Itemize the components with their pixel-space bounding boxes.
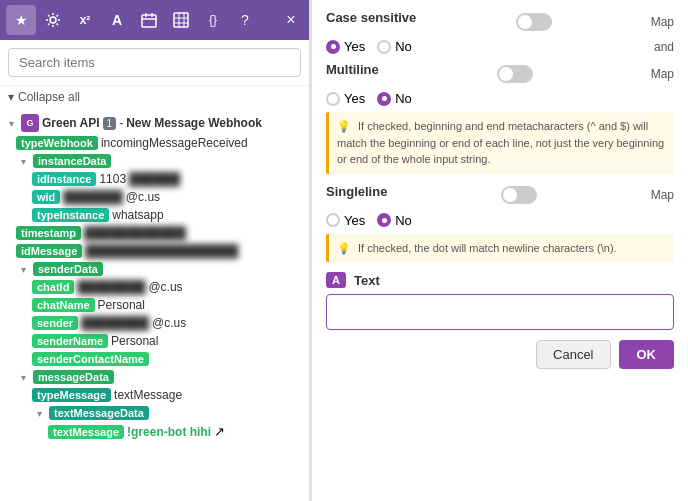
version-badge: 1 (103, 117, 117, 130)
tree: ▾ G Green API 1 - New Message Webhook ty… (0, 108, 309, 501)
calendar-icon[interactable] (134, 5, 164, 35)
singleline-radios: Yes No (326, 213, 674, 228)
expand-instancedata[interactable]: ▾ (16, 154, 30, 168)
value-timestamp: ████████████ (84, 226, 186, 240)
badge-typewebhook[interactable]: typeWebhook (16, 136, 98, 150)
singleline-hint: 💡 If checked, the dot will match newline… (326, 234, 674, 263)
badge-idmessage[interactable]: idMessage (16, 244, 82, 258)
badge-chatname[interactable]: chatName (32, 298, 95, 312)
radio-no-circle (377, 40, 391, 54)
value-chatname: Personal (98, 298, 145, 312)
search-box (0, 40, 309, 86)
list-item: wid ███████ @c.us (0, 188, 309, 206)
value-sender: @c.us (152, 316, 186, 330)
badge-sendercontactname[interactable]: senderContactName (32, 352, 149, 366)
badge-textmessage[interactable]: textMessage (48, 425, 124, 439)
list-item: sender ████████ @c.us (0, 314, 309, 332)
radio-yes-circle (326, 40, 340, 54)
root-separator: - (119, 116, 123, 130)
badge-instancedata[interactable]: instanceData (33, 154, 111, 168)
badge-typeinstance[interactable]: typeInstance (32, 208, 109, 222)
multiline-toggle[interactable] (497, 65, 533, 83)
text-icon[interactable]: A (102, 5, 132, 35)
singleline-row: Singleline Map (326, 184, 674, 207)
formula-icon[interactable]: x² (70, 5, 100, 35)
list-item: idInstance 1103 ██████ (0, 170, 309, 188)
value-idinstance: 1103 (99, 172, 126, 186)
list-item: chatId ████████ @c.us (0, 278, 309, 296)
singleline-no-label: No (395, 213, 412, 228)
text-input-field[interactable] (326, 294, 674, 330)
collapse-all-label: Collapse all (18, 90, 80, 104)
collapse-all-button[interactable]: Collapse all (0, 86, 309, 108)
value-textmessage: !green-bot hihi (127, 425, 211, 439)
badge-textmessagedata[interactable]: textMessageData (49, 406, 149, 420)
text-badge: A (326, 272, 346, 288)
list-item: ▾ senderData (0, 260, 309, 278)
case-sensitive-yes[interactable]: Yes (326, 39, 365, 54)
root-node: ▾ G Green API 1 - New Message Webhook (0, 112, 309, 134)
expand-messagedata[interactable]: ▾ (16, 370, 30, 384)
svg-rect-1 (142, 15, 156, 27)
search-input[interactable] (8, 48, 301, 77)
badge-sender[interactable]: sender (32, 316, 78, 330)
badge-messagedata[interactable]: messageData (33, 370, 114, 384)
expand-textmessagedata[interactable]: ▾ (32, 406, 46, 420)
badge-sendername[interactable]: senderName (32, 334, 108, 348)
list-item: idMessage ██████████████████ (0, 242, 309, 260)
singleline-no[interactable]: No (377, 213, 412, 228)
value-sender-blurred: ████████ (81, 316, 149, 330)
toolbar: ★ x² A {} ? × (0, 0, 309, 40)
multiline-radios: Yes No (326, 91, 674, 106)
value-wid: @c.us (126, 190, 160, 204)
badge-typemessage[interactable]: typeMessage (32, 388, 111, 402)
multiline-no-label: No (395, 91, 412, 106)
root-name: Green API (42, 116, 100, 130)
radio-multiline-yes (326, 92, 340, 106)
ok-button[interactable]: OK (619, 340, 675, 369)
left-panel: ★ x² A {} ? × Collapse all ▾ G Green API… (0, 0, 310, 501)
star-icon[interactable]: ★ (6, 5, 36, 35)
hint-icon-multiline: 💡 (337, 120, 351, 132)
list-item: timestamp ████████████ (0, 224, 309, 242)
list-item: typeInstance whatsapp (0, 206, 309, 224)
badge-wid[interactable]: wid (32, 190, 60, 204)
list-item: senderContactName (0, 350, 309, 368)
root-icon: G (21, 114, 39, 132)
cancel-button[interactable]: Cancel (536, 340, 610, 369)
code-icon[interactable]: {} (198, 5, 228, 35)
root-expand[interactable]: ▾ (4, 116, 18, 130)
value-chatid-blurred: ████████ (77, 280, 145, 294)
table-icon[interactable] (166, 5, 196, 35)
list-item: senderName Personal (0, 332, 309, 350)
no-label: No (395, 39, 412, 54)
expand-senderdata[interactable]: ▾ (16, 262, 30, 276)
root-title: New Message Webhook (126, 116, 262, 130)
value-typemessage: textMessage (114, 388, 182, 402)
multiline-yes[interactable]: Yes (326, 91, 365, 106)
list-item: ▾ messageData (0, 368, 309, 386)
text-input-section: A Text (326, 272, 674, 330)
list-item: chatName Personal (0, 296, 309, 314)
value-wid-blurred: ███████ (63, 190, 123, 204)
multiline-no[interactable]: No (377, 91, 412, 106)
badge-chatid[interactable]: chatId (32, 280, 74, 294)
close-button[interactable]: × (279, 8, 303, 32)
value-idinstance-blurred: ██████ (129, 172, 180, 186)
help-icon[interactable]: ? (230, 5, 260, 35)
value-chatid: @c.us (148, 280, 182, 294)
badge-idinstance[interactable]: idInstance (32, 172, 96, 186)
singleline-yes[interactable]: Yes (326, 213, 365, 228)
svg-rect-2 (174, 13, 188, 27)
badge-senderdata[interactable]: senderData (33, 262, 103, 276)
singleline-toggle[interactable] (501, 186, 537, 204)
case-sensitive-no[interactable]: No (377, 39, 412, 54)
settings-icon[interactable] (38, 5, 68, 35)
multiline-yes-label: Yes (344, 91, 365, 106)
singleline-title: Singleline (326, 184, 387, 199)
svg-point-0 (50, 17, 56, 23)
list-item: ▾ textMessageData (0, 404, 309, 422)
value-sendername: Personal (111, 334, 158, 348)
badge-timestamp[interactable]: timestamp (16, 226, 81, 240)
case-sensitive-toggle[interactable] (516, 13, 552, 31)
